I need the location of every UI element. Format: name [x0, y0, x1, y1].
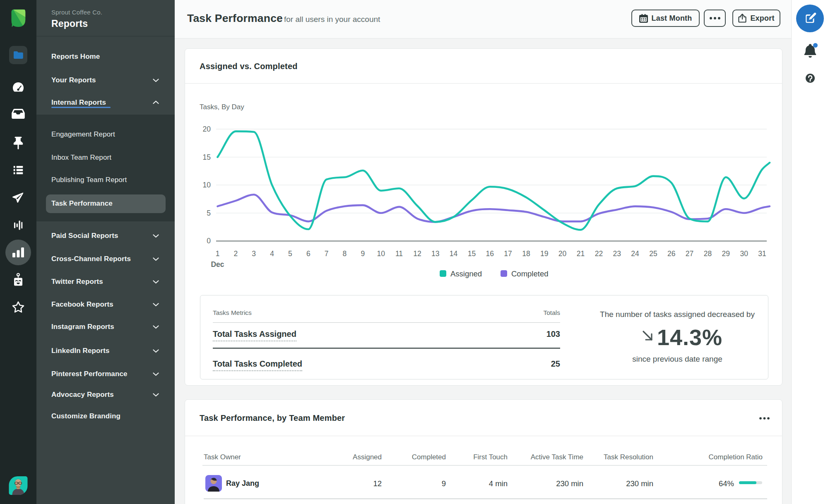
svg-text:28: 28 — [704, 250, 712, 258]
svg-text:21: 21 — [577, 250, 585, 258]
svg-text:15: 15 — [468, 250, 476, 258]
svg-text:5: 5 — [288, 250, 292, 258]
svg-text:7: 7 — [325, 250, 329, 258]
svg-text:10: 10 — [377, 250, 385, 258]
svg-text:16: 16 — [486, 250, 493, 258]
svg-text:17: 17 — [504, 250, 512, 258]
svg-text:5: 5 — [207, 209, 211, 217]
svg-text:26: 26 — [667, 250, 675, 258]
svg-text:10: 10 — [203, 181, 211, 189]
svg-text:20: 20 — [558, 250, 567, 258]
svg-text:25: 25 — [649, 250, 657, 258]
svg-text:15: 15 — [203, 153, 211, 161]
svg-text:12: 12 — [413, 250, 421, 258]
svg-text:14: 14 — [450, 250, 458, 258]
svg-text:29: 29 — [722, 250, 730, 258]
svg-text:9: 9 — [361, 250, 365, 258]
svg-text:27: 27 — [686, 250, 693, 258]
svg-text:22: 22 — [595, 250, 603, 258]
svg-text:2: 2 — [233, 250, 238, 258]
svg-text:30: 30 — [740, 250, 748, 258]
svg-text:4: 4 — [270, 250, 274, 258]
svg-text:6: 6 — [306, 250, 310, 258]
svg-text:19: 19 — [540, 250, 548, 258]
svg-text:18: 18 — [522, 250, 530, 258]
svg-text:11: 11 — [395, 250, 403, 258]
svg-text:0: 0 — [207, 237, 211, 245]
svg-text:24: 24 — [631, 250, 639, 258]
svg-text:Dec: Dec — [211, 260, 224, 269]
svg-text:13: 13 — [431, 250, 439, 258]
svg-text:3: 3 — [252, 250, 256, 258]
svg-text:8: 8 — [343, 250, 347, 258]
svg-text:31: 31 — [758, 250, 766, 258]
svg-text:23: 23 — [613, 250, 621, 258]
svg-text:1: 1 — [216, 250, 220, 258]
svg-text:20: 20 — [203, 125, 211, 133]
